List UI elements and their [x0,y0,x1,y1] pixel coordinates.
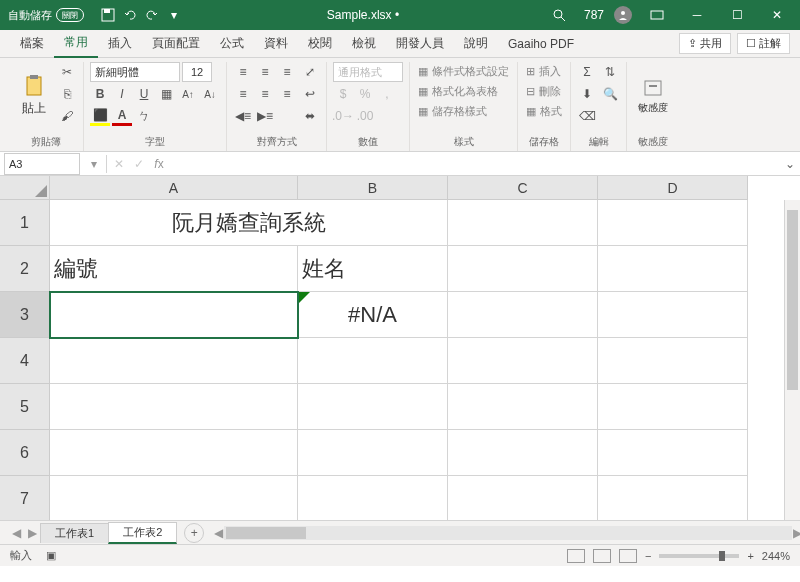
phonetic-button[interactable]: ㄅ [134,106,154,126]
cell-b5[interactable] [298,384,448,430]
cell-a2[interactable]: 編號 [50,246,298,292]
sheet-tab-1[interactable]: 工作表1 [40,523,109,543]
hscroll-thumb[interactable] [226,527,306,539]
align-center-icon[interactable]: ≡ [255,84,275,104]
cell-b7[interactable] [298,476,448,520]
underline-button[interactable]: U [134,84,154,104]
zoom-slider[interactable] [659,554,739,558]
comment-button[interactable]: ☐註解 [737,33,790,54]
expand-formula-bar-icon[interactable]: ⌄ [780,157,800,171]
cell-d7[interactable] [598,476,748,520]
formula-input[interactable] [169,153,780,175]
cell-c4[interactable] [448,338,598,384]
tab-review[interactable]: 校閱 [298,30,342,58]
delete-cells-button[interactable]: ⊟刪除 [524,82,564,100]
row-header-3[interactable]: 3 [0,292,50,338]
sheet-nav-prev-icon[interactable]: ◀ [8,526,24,540]
cell-d4[interactable] [598,338,748,384]
share-button[interactable]: ⇪共用 [679,33,731,54]
wrap-text-icon[interactable]: ↩ [300,84,320,104]
tab-home[interactable]: 常用 [54,30,98,58]
close-button[interactable]: ✕ [762,0,792,30]
currency-icon[interactable]: $ [333,84,353,104]
undo-icon[interactable] [122,7,138,23]
row-header-2[interactable]: 2 [0,246,50,292]
cell-a4[interactable] [50,338,298,384]
cell-a1-b1[interactable]: 阮月嬌查詢系統 [50,200,448,246]
percent-icon[interactable]: % [355,84,375,104]
increase-decimal-icon[interactable]: .0→ [333,106,353,126]
orientation-icon[interactable]: ⤢ [300,62,320,82]
align-top-icon[interactable]: ≡ [233,62,253,82]
maximize-button[interactable]: ☐ [722,0,752,30]
cut-icon[interactable]: ✂ [57,62,77,82]
sheet-tab-2[interactable]: 工作表2 [108,522,177,544]
col-header-d[interactable]: D [598,176,748,200]
cell-b2[interactable]: 姓名 [298,246,448,292]
format-cells-button[interactable]: ▦格式 [524,102,564,120]
bold-button[interactable]: B [90,84,110,104]
sort-filter-icon[interactable]: ⇅ [600,62,620,82]
zoom-level[interactable]: 244% [762,550,790,562]
align-left-icon[interactable]: ≡ [233,84,253,104]
border-button[interactable]: ▦ [156,84,176,104]
cell-b3[interactable]: #N/A [298,292,448,338]
search-icon[interactable] [544,0,574,30]
cell-b4[interactable] [298,338,448,384]
redo-icon[interactable] [144,7,160,23]
row-header-7[interactable]: 7 [0,476,50,520]
cell-c2[interactable] [448,246,598,292]
cell-d2[interactable] [598,246,748,292]
tab-help[interactable]: 說明 [454,30,498,58]
cell-a5[interactable] [50,384,298,430]
view-page-break-icon[interactable] [619,549,637,563]
cell-d1[interactable] [598,200,748,246]
decrease-font-icon[interactable]: A↓ [200,84,220,104]
tab-gaaiho[interactable]: Gaaiho PDF [498,30,584,58]
zoom-in-icon[interactable]: + [747,550,753,562]
cell-styles-button[interactable]: ▦儲存格樣式 [416,102,511,120]
col-header-b[interactable]: B [298,176,448,200]
row-header-6[interactable]: 6 [0,430,50,476]
cell-c7[interactable] [448,476,598,520]
cell-c3[interactable] [448,292,598,338]
tab-layout[interactable]: 頁面配置 [142,30,210,58]
tab-developer[interactable]: 開發人員 [386,30,454,58]
cell-a3[interactable] [50,292,298,338]
name-box[interactable]: A3 [4,153,80,175]
cell-c6[interactable] [448,430,598,476]
col-header-a[interactable]: A [50,176,298,200]
user-avatar-icon[interactable] [614,6,632,24]
find-select-icon[interactable]: 🔍 [600,84,620,104]
tab-formulas[interactable]: 公式 [210,30,254,58]
cancel-formula-icon[interactable]: ✕ [109,153,129,175]
increase-indent-icon[interactable]: ▶≡ [255,106,275,126]
cell-d6[interactable] [598,430,748,476]
tab-insert[interactable]: 插入 [98,30,142,58]
vertical-scrollbar[interactable] [784,200,800,520]
minimize-button[interactable]: ─ [682,0,712,30]
copy-icon[interactable]: ⎘ [57,84,77,104]
insert-function-icon[interactable]: fx [149,153,169,175]
align-bottom-icon[interactable]: ≡ [277,62,297,82]
qat-dropdown-icon[interactable]: ▾ [166,7,182,23]
decrease-decimal-icon[interactable]: .00 [355,106,375,126]
horizontal-scrollbar[interactable]: ◀ ▶ [224,526,792,540]
align-middle-icon[interactable]: ≡ [255,62,275,82]
conditional-format-button[interactable]: ▦條件式格式設定 [416,62,511,80]
font-color-button[interactable]: A [112,106,132,126]
number-format-select[interactable]: 通用格式 [333,62,403,82]
view-normal-icon[interactable] [567,549,585,563]
select-all-corner[interactable] [0,176,50,200]
row-header-4[interactable]: 4 [0,338,50,384]
tab-file[interactable]: 檔案 [10,30,54,58]
align-right-icon[interactable]: ≡ [277,84,297,104]
merge-cells-icon[interactable]: ⬌ [300,106,320,126]
tab-view[interactable]: 檢視 [342,30,386,58]
sensitivity-button[interactable]: 敏感度 [633,62,673,128]
name-box-dropdown-icon[interactable]: ▾ [84,153,104,175]
insert-cells-button[interactable]: ⊞插入 [524,62,564,80]
decrease-indent-icon[interactable]: ◀≡ [233,106,253,126]
macro-record-icon[interactable]: ▣ [46,549,56,562]
sheet-nav-next-icon[interactable]: ▶ [24,526,40,540]
